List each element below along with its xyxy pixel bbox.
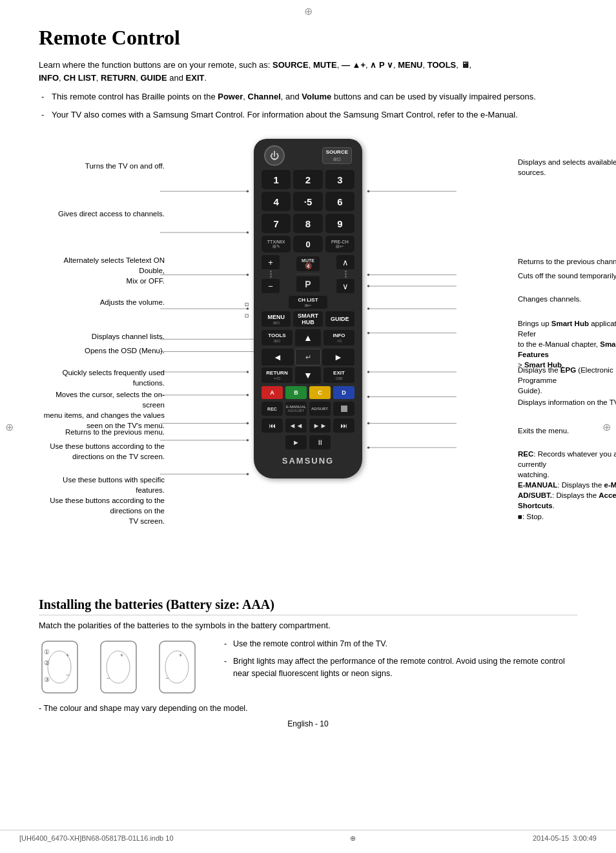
tools-button[interactable]: TOOLS ⊞⊡ <box>262 330 293 345</box>
battery-diagram-3: + − <box>156 638 205 696</box>
num-6[interactable]: 6 <box>325 192 354 211</box>
pause-button[interactable]: ⏸ <box>309 435 331 449</box>
exit-button[interactable]: EXIT ⊡⊞ <box>323 367 354 383</box>
return-down-exit-row: RETURN ↩⊡ ▼ EXIT ⊡⊞ <box>262 367 354 384</box>
svg-point-39 <box>367 446 369 448</box>
svg-point-19 <box>247 439 249 441</box>
svg-point-7 <box>247 307 249 309</box>
num-5[interactable]: ·5 <box>293 192 322 211</box>
color-b-button[interactable]: B <box>285 386 307 399</box>
remote-control: ⏻ SOURCE ⊞⊡ 1 2 3 4 ·5 6 7 8 9 <box>254 139 362 478</box>
label-power: Turns the TV on and off. <box>39 161 165 171</box>
return-button[interactable]: RETURN ↩⊡ <box>262 367 293 383</box>
dpad-right[interactable]: ► <box>322 349 354 365</box>
battery-diagram-2: + − <box>98 638 146 696</box>
install-intro: Match the polarities of the batteries to… <box>39 621 577 630</box>
label-osd: Opens the OSD (Menu). <box>39 345 165 356</box>
label-smarthub: Brings up Smart Hub applications. Refert… <box>518 318 616 370</box>
num-9[interactable]: 9 <box>325 214 354 233</box>
skip-forward-button[interactable]: ⏭ <box>333 418 354 433</box>
label-channels-direct: Gives direct access to channels. <box>39 209 165 219</box>
ttx-button[interactable]: TTX/MIX ⊞✎ <box>262 236 291 252</box>
svg-text:②: ② <box>44 659 50 666</box>
emanual-button[interactable]: E-MANUAL AD/SUBT <box>285 402 307 416</box>
num-8[interactable]: 8 <box>293 214 322 233</box>
num-0[interactable]: 0 <box>293 236 322 252</box>
play-button[interactable]: ► <box>285 435 307 449</box>
tools-up-info-row: TOOLS ⊞⊡ ▲ INFO ↑⊡ <box>262 329 354 346</box>
ch-down[interactable]: ∨ <box>336 279 354 293</box>
label-color-buttons: Use these buttons according to thedirect… <box>39 441 165 462</box>
dpad-enter[interactable]: ↵ <box>295 349 321 365</box>
page: ⊕ ⊕ ⊕ Remote Control Learn where the fun… <box>0 0 616 853</box>
page-num-text: English - 10 <box>287 719 328 728</box>
channel-indicator <box>345 271 347 278</box>
svg-point-27 <box>367 285 369 287</box>
vol-down[interactable]: − <box>262 279 280 293</box>
crosshair-left-icon: ⊕ <box>5 420 14 433</box>
prech-button[interactable]: PRE-CH ⊞↩ <box>325 236 354 252</box>
svg-text:+: + <box>66 652 69 659</box>
svg-point-17 <box>247 422 249 424</box>
source-label: SOURCE <box>326 149 348 156</box>
label-cursor: Moves the cursor, selects the on-screenm… <box>39 389 165 431</box>
label-exit-menu: Exits the menu. <box>518 426 616 436</box>
color-d-button[interactable]: D <box>333 386 354 399</box>
power-button[interactable]: ⏻ <box>264 145 285 166</box>
label-tools-fn: Quickly selects frequently used function… <box>39 367 165 388</box>
menu-smarthub-guide-row: MENU ⊞⊡ SMART HUB GUIDE <box>262 311 354 327</box>
vol-up[interactable]: + <box>262 255 280 269</box>
source-icon: ⊞⊡ <box>326 156 348 162</box>
smarthub-button[interactable]: SMART HUB <box>293 311 322 327</box>
svg-point-5 <box>247 274 249 276</box>
svg-text:+: + <box>179 652 182 659</box>
svg-text:−: − <box>165 675 169 681</box>
stop-icon <box>341 406 347 412</box>
rewind-button[interactable]: ◄◄ <box>285 418 307 433</box>
color-c-button[interactable]: C <box>309 386 331 399</box>
label-change-channels: Changes channels. <box>518 294 616 304</box>
menu-button[interactable]: MENU ⊞⊡ <box>262 311 291 327</box>
svg-point-35 <box>367 396 369 398</box>
dpad-up[interactable]: ▲ <box>295 329 321 346</box>
battery-note-1: Use the remote control within 7m of the … <box>224 638 577 650</box>
color-a-button[interactable]: A <box>262 386 283 399</box>
dpad-left[interactable]: ◄ <box>262 349 294 365</box>
number-grid: 1 2 3 4 ·5 6 7 8 9 <box>262 170 354 233</box>
bullet-smart-control: Your TV also comes with a Samsung Smart … <box>39 108 577 121</box>
svg-text:−: − <box>107 675 110 681</box>
label-info-display: Displays information on the TV screen. <box>518 397 616 407</box>
adsubt-button[interactable]: AD/SUBT. <box>309 402 331 416</box>
p-label: P <box>296 276 320 292</box>
battery-diagrams: ① ② ③ + − + − + <box>39 638 205 696</box>
rec-button[interactable]: REC <box>262 402 283 416</box>
label-return-prev: Returns to the previous menu. <box>39 427 165 437</box>
svg-point-37 <box>367 422 369 424</box>
info-button[interactable]: INFO ↑⊡ <box>323 330 354 345</box>
num-7[interactable]: 7 <box>262 214 291 233</box>
num-2[interactable]: 2 <box>293 170 322 189</box>
label-media-buttons: Use these buttons with specific features… <box>39 475 165 526</box>
ch-up[interactable]: ∧ <box>336 255 354 269</box>
skip-row: ⏮ ◄◄ ►► ⏭ <box>262 418 354 433</box>
footer-file-info: [UH6400_6470-XH]BN68-05817B-01L16.indb 1… <box>19 834 174 843</box>
source-button[interactable]: SOURCE ⊞⊡ <box>322 147 352 163</box>
dpad-down[interactable]: ▼ <box>295 367 321 384</box>
num-4[interactable]: 4 <box>262 192 291 211</box>
guide-button[interactable]: GUIDE <box>325 311 354 327</box>
stop-button[interactable] <box>333 402 354 416</box>
color-buttons-row: A B C D <box>262 386 354 399</box>
install-heading: Installing the batteries (Battery size: … <box>39 597 577 615</box>
num-3[interactable]: 3 <box>325 170 354 189</box>
battery-footer-note: The colour and shape may vary depending … <box>39 704 577 713</box>
svg-point-15 <box>247 394 249 396</box>
skip-back-button[interactable]: ⏮ <box>262 418 283 433</box>
chlist-area: CH LIST ⊞↩ <box>262 296 354 309</box>
num-1[interactable]: 1 <box>262 170 291 189</box>
channel-column: ∧ ∨ <box>336 255 354 293</box>
fast-forward-button[interactable]: ►► <box>309 418 331 433</box>
chlist-button[interactable]: CH LIST ⊞↩ <box>289 296 327 309</box>
label-epg: Displays the EPG (Electronic ProgrammeGu… <box>518 365 616 396</box>
mute-button[interactable]: MUTE 🔇 <box>296 256 320 271</box>
battery-note-2: Bright lights may affect the performance… <box>224 655 577 680</box>
